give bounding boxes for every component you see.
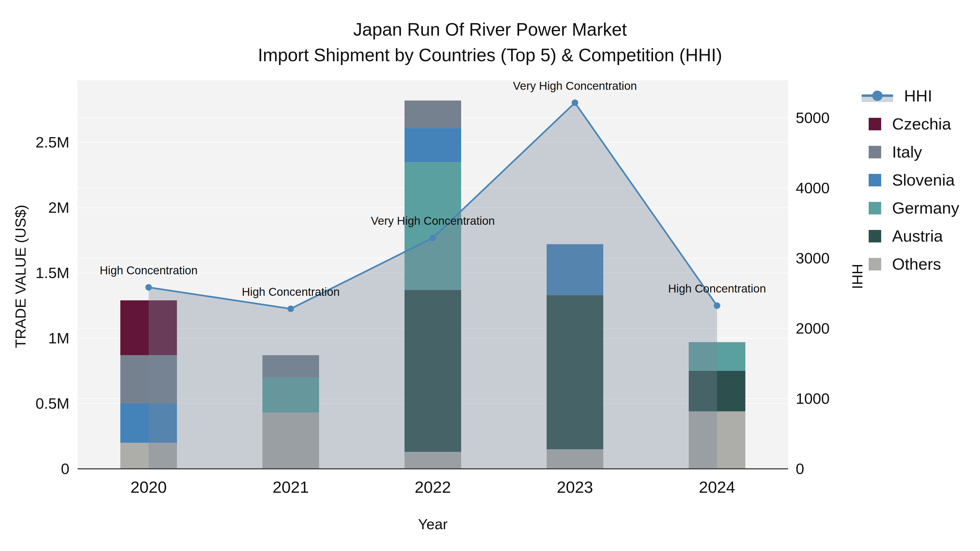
hhi-annotation: High Concentration (242, 286, 340, 298)
figure: Japan Run Of River Power Market Import S… (0, 0, 980, 551)
legend-label: HHI (904, 87, 932, 105)
hhi-annotation: Very High Concentration (371, 214, 495, 227)
hhi-marker-2020[interactable] (145, 284, 152, 291)
chart-plot-area: 00.5M1M1.5M2M2.5M01000200030004000500020… (0, 0, 980, 551)
legend-label: Czechia (892, 114, 951, 133)
legend-label: Slovenia (892, 171, 955, 189)
y-tick-label: 1M (48, 330, 69, 347)
x-tick-label: 2024 (699, 478, 735, 496)
legend-swatch-icon (869, 258, 881, 270)
legend-item-hhi[interactable]: HHI (862, 87, 959, 105)
hhi-marker-2021[interactable] (288, 306, 294, 312)
legend-item-italy[interactable]: Italy (862, 143, 959, 161)
hhi-annotation: Very High Concentration (513, 79, 637, 92)
legend: HHI CzechiaItalySloveniaGermanyAustriaOt… (862, 87, 959, 273)
legend-label: Italy (892, 143, 922, 161)
legend-swatch-icon (869, 174, 881, 186)
y2-tick-label: 5000 (796, 109, 830, 126)
x-tick-label: 2021 (272, 478, 309, 496)
hhi-line-icon (862, 89, 893, 103)
y2-tick-label: 3000 (796, 249, 830, 267)
x-tick-label: 2023 (557, 478, 593, 496)
legend-label: Others (892, 255, 941, 273)
hhi-annotation: High Concentration (668, 282, 766, 295)
x-axis-title: Year (78, 516, 788, 532)
legend-item-germany[interactable]: Germany (862, 198, 959, 218)
legend-swatch-icon (869, 202, 881, 214)
y2-tick-label: 1000 (796, 390, 830, 407)
legend-item-others[interactable]: Others (862, 255, 959, 273)
y-tick-label: 1.5M (36, 264, 70, 281)
y-axis-title: TRADE VALUE (US$) (12, 200, 29, 353)
hhi-marker-2023[interactable] (572, 100, 578, 106)
bar-segment-italy-2022[interactable] (404, 100, 461, 128)
hhi-marker-2022[interactable] (430, 235, 436, 241)
y2-tick-label: 4000 (796, 179, 830, 197)
x-tick-label: 2020 (130, 478, 167, 496)
legend-label: Germany (892, 198, 959, 218)
legend-swatch-icon (869, 146, 881, 158)
y-tick-label: 0.5M (36, 395, 70, 412)
hhi-marker-2024[interactable] (714, 302, 720, 309)
legend-item-austria[interactable]: Austria (862, 227, 959, 245)
legend-item-czechia[interactable]: Czechia (862, 114, 959, 133)
y-tick-label: 2M (48, 199, 69, 216)
y-tick-label: 0 (61, 460, 69, 477)
legend-label: Austria (892, 227, 943, 245)
y-tick-label: 2.5M (36, 133, 70, 151)
legend-swatch-icon (869, 118, 881, 130)
y2-tick-label: 2000 (796, 320, 830, 337)
y2-tick-label: 0 (796, 460, 804, 477)
legend-item-slovenia[interactable]: Slovenia (862, 171, 959, 189)
bar-segment-slovenia-2022[interactable] (404, 128, 461, 162)
hhi-annotation: High Concentration (100, 264, 197, 277)
legend-swatch-icon (869, 230, 881, 243)
x-tick-label: 2022 (415, 478, 451, 496)
